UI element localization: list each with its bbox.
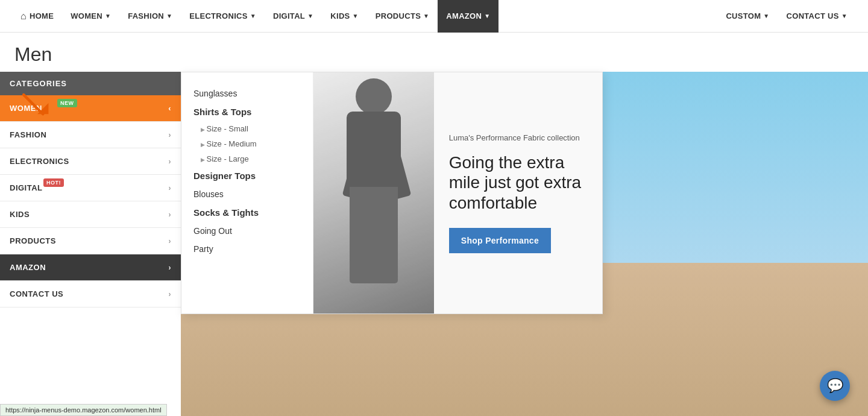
- chevron-down-icon: ▼: [353, 13, 359, 19]
- chevron-down-icon: ▼: [250, 13, 256, 19]
- sidebar-item-electronics[interactable]: ELECTRONICS ›: [0, 148, 181, 175]
- sidebar: CATEGORIES WOMEN New ‹ FASHION › ELECTRO…: [0, 72, 181, 416]
- mega-link-size-large[interactable]: Size - Large: [193, 151, 301, 166]
- status-url: https://ninja-menus-demo.magezon.com/wom…: [5, 406, 162, 414]
- chevron-right-icon: ›: [169, 237, 172, 245]
- chevron-right-icon: ›: [169, 131, 172, 139]
- chat-button[interactable]: 💬: [820, 371, 850, 401]
- chevron-right-icon: ›: [169, 290, 172, 298]
- chevron-right-icon: ›: [169, 210, 172, 219]
- mega-link-going-out[interactable]: Going Out: [193, 222, 301, 240]
- main-layout: CATEGORIES WOMEN New ‹ FASHION › ELECTRO…: [0, 72, 868, 416]
- mega-link-party[interactable]: Party: [193, 240, 301, 258]
- sidebar-item-label: ELECTRONICS: [10, 157, 69, 166]
- chevron-right-icon: ›: [169, 157, 172, 166]
- mega-menu-links: Sunglasses Shirts & Tops Size - Small Si…: [181, 72, 313, 314]
- nav-item-women[interactable]: WOMEN ▼: [62, 0, 119, 33]
- svg-line-0: [24, 95, 43, 114]
- chevron-down-icon: ▼: [423, 13, 429, 19]
- chevron-right-icon: ›: [169, 263, 172, 272]
- mega-link-socks-tights[interactable]: Socks & Tights: [193, 203, 301, 222]
- chevron-down-icon: ▼: [841, 13, 848, 19]
- products-label: PRODUCTS: [376, 11, 421, 20]
- sidebar-item-label: DIGITAL: [10, 183, 43, 192]
- mega-link-designer-tops[interactable]: Designer Tops: [193, 166, 301, 185]
- sidebar-item-label: FASHION: [10, 130, 46, 139]
- fashion-label: FASHION: [128, 11, 164, 20]
- women-label: WOMEN: [71, 11, 102, 20]
- sidebar-item-label: KIDS: [10, 210, 30, 219]
- sidebar-item-label: CONTACT US: [10, 289, 63, 298]
- chevron-down-icon: ▼: [763, 13, 769, 19]
- sidebar-item-fashion[interactable]: FASHION ›: [0, 122, 181, 148]
- nav-item-electronics[interactable]: ELECTRONICS ▼: [181, 0, 265, 33]
- nav-item-products[interactable]: PRODUCTS ▼: [367, 0, 438, 33]
- promo-sub-title: Luma's Performance Fabric collection: [449, 133, 587, 143]
- mega-link-blouses[interactable]: Blouses: [193, 185, 301, 203]
- status-bar: https://ninja-menus-demo.magezon.com/wom…: [0, 404, 167, 416]
- nav-item-digital[interactable]: DIGITAL ▼: [265, 0, 322, 33]
- custom-label: CUSTOM: [726, 11, 761, 20]
- home-label: HOME: [30, 11, 54, 20]
- shop-performance-button[interactable]: Shop Performance: [449, 228, 551, 253]
- chevron-down-icon: ▼: [484, 13, 490, 19]
- sidebar-item-amazon[interactable]: AMAZON ›: [0, 254, 181, 281]
- sidebar-item-label: AMAZON: [10, 263, 46, 272]
- chevron-right-icon: ›: [169, 184, 172, 192]
- hot-badge: Hot!: [43, 178, 64, 187]
- chevron-left-icon: ‹: [168, 104, 171, 113]
- digital-label: DIGITAL: [273, 11, 305, 20]
- chevron-down-icon: ▼: [307, 13, 313, 19]
- nav-item-home[interactable]: HOME: [12, 0, 62, 33]
- mega-menu-promo: Luma's Performance Fabric collection Goi…: [434, 72, 602, 314]
- new-badge: New: [57, 99, 77, 107]
- mega-link-size-medium[interactable]: Size - Medium: [193, 136, 301, 151]
- contact-us-label: CONTACT US: [787, 11, 839, 20]
- sidebar-item-kids[interactable]: KIDS ›: [0, 201, 181, 228]
- nav-item-amazon[interactable]: AMAZON ▼: [438, 0, 498, 33]
- top-nav: HOME WOMEN ▼ FASHION ▼ ELECTRONICS ▼ DIG…: [0, 0, 868, 33]
- electronics-label: ELECTRONICS: [189, 11, 247, 20]
- amazon-label: AMAZON: [446, 11, 482, 20]
- chat-icon: 💬: [827, 378, 843, 394]
- chevron-down-icon: ▼: [166, 13, 172, 19]
- sidebar-item-digital[interactable]: DIGITAL Hot! ›: [0, 175, 181, 201]
- mega-link-size-small[interactable]: Size - Small: [193, 121, 301, 136]
- mega-menu-image: [313, 72, 433, 314]
- nav-item-custom[interactable]: CUSTOM ▼: [717, 0, 778, 33]
- mega-link-shirts-tops[interactable]: Shirts & Tops: [193, 102, 301, 121]
- sidebar-item-contact-us[interactable]: CONTACT US ›: [0, 281, 181, 307]
- sidebar-item-label: PRODUCTS: [10, 236, 56, 245]
- mega-menu: Sunglasses Shirts & Tops Size - Small Si…: [181, 72, 603, 314]
- nav-item-contact-us[interactable]: CONTACT US ▼: [778, 0, 856, 33]
- kids-label: KIDS: [330, 11, 350, 20]
- sidebar-item-products[interactable]: PRODUCTS ›: [0, 228, 181, 254]
- chevron-down-icon: ▼: [105, 13, 111, 19]
- nav-item-fashion[interactable]: FASHION ▼: [119, 0, 181, 33]
- page-title: Men: [0, 33, 868, 72]
- promo-main-title: Going the extra mile just got extra comf…: [449, 153, 587, 213]
- mega-link-sunglasses[interactable]: Sunglasses: [193, 84, 301, 102]
- nav-item-kids[interactable]: KIDS ▼: [322, 0, 366, 33]
